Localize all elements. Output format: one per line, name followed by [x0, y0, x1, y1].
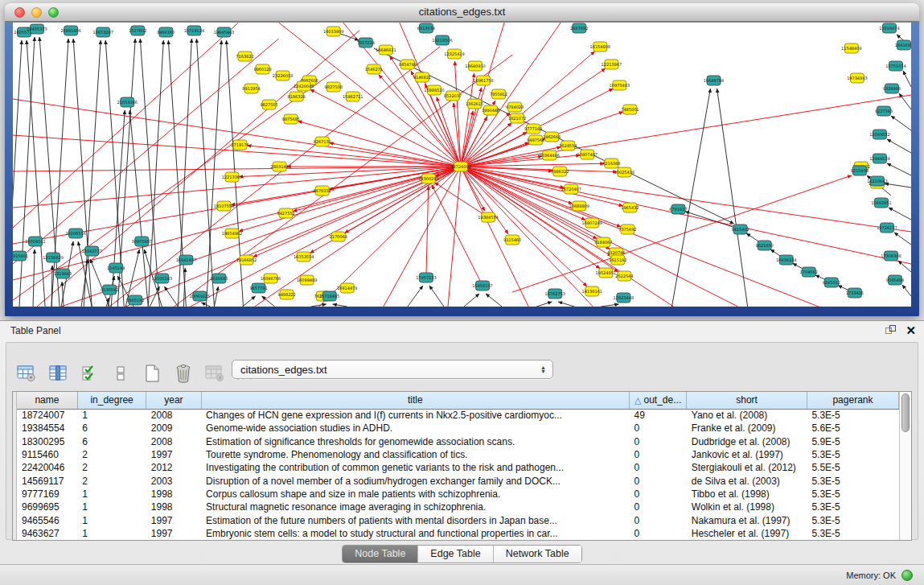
graph-node[interactable]: 7375692 — [618, 225, 636, 234]
new-table-icon[interactable] — [142, 364, 162, 383]
citation-edge-black[interactable] — [33, 249, 35, 307]
graph-node[interactable]: 3915401 — [13, 251, 28, 261]
graph-node[interactable]: 9329966 — [883, 84, 901, 93]
graph-node[interactable]: 10719134 — [184, 26, 204, 35]
graph-node[interactable]: 12726177 — [877, 223, 897, 233]
table-cell[interactable]: Franke et al. (2009) — [687, 422, 807, 435]
graph-node[interactable]: 16099489 — [297, 275, 317, 285]
table-row[interactable]: 2242004622012Investigating the contribut… — [17, 461, 899, 474]
table-cell[interactable]: 0 — [630, 501, 687, 513]
table-cell[interactable]: 0 — [630, 422, 687, 435]
table-cell[interactable]: Genome-wide association studies in ADHD. — [201, 422, 629, 435]
graph-node[interactable]: 18640910 — [465, 61, 485, 71]
graph-node[interactable]: 16961758 — [473, 76, 493, 85]
table-cell[interactable]: Tourette syndrome. Phenomenology and cla… — [201, 448, 629, 461]
float-panel-icon[interactable] — [885, 325, 896, 336]
table-cell[interactable]: Estimation of the future numbers of pati… — [201, 513, 629, 526]
citation-edge-red[interactable] — [13, 167, 461, 171]
select-all-icon[interactable] — [79, 364, 100, 383]
table-cell[interactable]: 6 — [77, 422, 146, 435]
table-cell[interactable]: 2009 — [146, 422, 201, 435]
graph-node[interactable]: 16154808 — [590, 42, 610, 51]
table-cell[interactable]: 1 — [77, 501, 146, 513]
table-row[interactable]: 946362711997Embryonic stem cells: a mode… — [17, 527, 899, 540]
graph-node[interactable]: 10807487 — [577, 150, 598, 159]
citation-edge-black[interactable] — [214, 286, 218, 307]
graph-node[interactable]: 9184067 — [594, 237, 612, 247]
graph-node[interactable]: 12213369 — [222, 172, 242, 182]
graph-node[interactable]: 15462711 — [343, 92, 363, 101]
graph-node[interactable]: 16938224 — [776, 255, 796, 265]
citation-edge-black[interactable] — [73, 39, 92, 307]
citation-edge-black[interactable] — [885, 183, 911, 187]
graph-node[interactable]: 12505183 — [152, 274, 172, 283]
graph-node[interactable]: 1362615 — [466, 99, 483, 109]
citation-edge-black[interactable] — [243, 296, 256, 307]
graph-node[interactable]: 9875685 — [281, 114, 299, 124]
graph-node[interactable]: 2620685 — [210, 274, 228, 283]
graph-node[interactable]: 1704562 — [800, 267, 818, 277]
table-cell[interactable]: 1 — [77, 409, 146, 422]
graph-node[interactable]: 8267130 — [314, 137, 331, 146]
window-titlebar[interactable]: citations_edges.txt — [5, 3, 919, 22]
table-cell[interactable]: 0 — [630, 461, 687, 474]
table-cell[interactable]: 1 — [77, 527, 146, 540]
graph-node[interactable]: 1621072 — [508, 113, 526, 123]
graph-node[interactable]: 9565494 — [886, 275, 904, 285]
citation-edge-black[interactable] — [150, 286, 159, 307]
table-cell[interactable]: Investigating the contribution of common… — [201, 461, 629, 474]
graph-node[interactable]: 2718176 — [231, 140, 248, 150]
graph-node[interactable]: 8678332 — [314, 186, 331, 196]
table-cell[interactable]: Tibbo et al. (1998) — [687, 488, 807, 501]
graph-node[interactable]: 8912954 — [242, 84, 260, 93]
table-cell[interactable]: Jankovic et al. (1997) — [687, 448, 807, 461]
table-cell[interactable]: 9463627 — [17, 527, 77, 540]
citation-edge-black[interactable] — [887, 163, 911, 175]
graph-node[interactable]: 16646821 — [376, 45, 396, 55]
citation-edge-black[interactable] — [903, 71, 911, 87]
table-cell[interactable]: 5.5E-5 — [807, 461, 898, 474]
graph-node[interactable]: 11548408 — [841, 43, 861, 53]
graph-node[interactable]: 2887682 — [570, 23, 588, 33]
citation-edge-red[interactable] — [13, 167, 461, 280]
table-cell[interactable]: 5.3E-5 — [807, 448, 898, 461]
table-cell[interactable]: Dudbridge et al. (2008) — [687, 435, 807, 448]
graph-node[interactable]: 9146821 — [413, 72, 431, 82]
graph-node[interactable]: 16648784 — [704, 76, 724, 85]
table-cell[interactable]: 5.3E-5 — [807, 513, 898, 526]
table-cell[interactable]: Disruption of a novel member of a sodium… — [201, 474, 629, 487]
table-row[interactable]: 977716911998Corpus callosum shape and si… — [17, 488, 899, 501]
graph-node[interactable]: 1990448 — [482, 105, 499, 115]
table-cell[interactable]: 0 — [630, 448, 687, 461]
citation-edge-black[interactable] — [887, 139, 911, 153]
table-select-dropdown[interactable]: citations_edges.txt ▲▼ — [232, 360, 553, 379]
graph-node[interactable]: 1615192 — [609, 255, 626, 265]
table-cell[interactable]: de Silva et al. (2003) — [687, 474, 807, 487]
graph-node[interactable]: 8215938 — [851, 166, 869, 175]
graph-node[interactable]: 12923448 — [614, 293, 634, 303]
graph-node[interactable]: 10653287 — [92, 27, 113, 37]
graph-node[interactable]: 6791927 — [669, 204, 687, 214]
graph-node[interactable]: 19218506 — [432, 35, 452, 45]
citation-edge-black[interactable] — [311, 304, 326, 307]
graph-node[interactable]: 18107554 — [214, 201, 234, 211]
table-cell[interactable]: 18724007 — [17, 409, 77, 422]
table-mode-settings-icon[interactable] — [16, 364, 37, 383]
graph-node[interactable]: 12325419 — [444, 49, 464, 59]
table-row[interactable]: 1456911722003Disruption of a novel membe… — [17, 474, 899, 487]
graph-node[interactable]: 2170064 — [330, 232, 347, 241]
graph-node[interactable]: 1733426 — [846, 288, 864, 298]
table-row[interactable]: 1938455462009Genome-wide association stu… — [17, 422, 899, 435]
citation-edge-black[interactable] — [148, 40, 163, 307]
graph-node[interactable]: 15720407 — [561, 184, 581, 194]
table-cell[interactable]: 2012 — [146, 461, 201, 474]
graph-node[interactable]: 16782753 — [544, 289, 565, 299]
graph-node[interactable]: 15692951 — [871, 198, 891, 208]
graph-node[interactable]: 3624554 — [559, 141, 577, 150]
graph-node[interactable]: 7955812 — [490, 89, 507, 99]
table-cell[interactable]: 14569117 — [17, 474, 77, 487]
graph-node[interactable]: 15816474 — [879, 23, 899, 33]
citation-edge-red[interactable] — [330, 143, 461, 167]
tab-edge-table[interactable]: Edge Table — [418, 546, 493, 562]
table-cell[interactable]: 9465546 — [17, 513, 77, 526]
